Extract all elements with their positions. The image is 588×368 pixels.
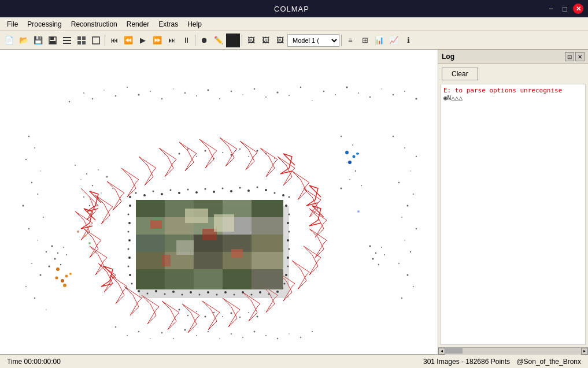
svg-point-119	[257, 150, 258, 152]
minimize-button[interactable]: −	[545, 3, 557, 14]
log-clear-button[interactable]: Clear	[442, 68, 478, 80]
tb-black[interactable]	[226, 34, 240, 47]
svg-rect-3	[63, 37, 71, 38]
menu-render[interactable]: Render	[122, 19, 154, 29]
new-button[interactable]: 📄	[2, 34, 16, 47]
tb-play[interactable]: ▶	[136, 34, 150, 47]
svg-point-269	[128, 266, 130, 267]
svg-point-30	[277, 92, 279, 94]
svg-point-105	[265, 335, 267, 336]
svg-point-144	[384, 254, 385, 255]
tb-img1[interactable]: 🖼	[244, 34, 258, 47]
svg-point-64	[413, 194, 414, 195]
svg-point-230	[257, 187, 258, 188]
tb-pencil[interactable]: ✏️	[212, 34, 225, 47]
svg-point-141	[381, 247, 382, 248]
svg-point-100	[208, 331, 209, 332]
svg-point-253	[207, 291, 209, 293]
tb-chart2[interactable]: 📈	[387, 34, 401, 47]
svg-point-49	[23, 205, 24, 207]
viewport[interactable]	[0, 50, 438, 354]
svg-point-12	[69, 101, 70, 102]
menu-extras[interactable]: Extras	[154, 19, 183, 29]
svg-point-240	[289, 248, 290, 250]
tb-prev-prev[interactable]: ⏮	[107, 34, 121, 47]
svg-point-56	[25, 286, 27, 287]
tb-pause[interactable]: ⏸	[179, 34, 193, 47]
tb-grid[interactable]: ⊞	[358, 34, 372, 47]
svg-point-23	[196, 95, 197, 96]
log-scroll-thumb[interactable]	[445, 348, 463, 354]
svg-point-99	[196, 335, 197, 336]
tb-info[interactable]: ℹ	[401, 34, 415, 47]
svg-point-43	[28, 136, 29, 137]
tb-img2[interactable]: 🖼	[258, 34, 272, 47]
svg-point-123	[187, 315, 188, 316]
svg-rect-6	[77, 36, 81, 40]
log-scroll-track[interactable]	[445, 348, 581, 355]
log-restore-button[interactable]: ⊡	[565, 52, 574, 61]
open-button[interactable]: 📂	[17, 34, 31, 47]
log-scroll-left[interactable]: ◂	[438, 348, 445, 355]
svg-point-252	[199, 294, 201, 296]
svg-point-128	[231, 313, 232, 314]
log-close-button[interactable]: ✕	[575, 52, 585, 61]
model-dropdown[interactable]: Model 1 (	[287, 34, 339, 47]
svg-point-83	[89, 205, 90, 206]
log-scrollbar[interactable]: ◂ ▸	[438, 347, 588, 354]
menu-help[interactable]: Help	[183, 19, 206, 29]
close-button[interactable]: ✕	[573, 3, 583, 14]
svg-point-254	[216, 294, 218, 296]
save-as-button[interactable]	[46, 34, 60, 47]
svg-point-226	[222, 188, 224, 189]
svg-point-42	[416, 98, 417, 100]
svg-point-258	[251, 294, 253, 296]
svg-point-115	[222, 152, 223, 153]
svg-point-148	[88, 242, 91, 244]
tb-next[interactable]: ⏩	[150, 34, 164, 47]
svg-point-70	[398, 263, 400, 264]
scene-svg	[0, 50, 438, 354]
svg-point-259	[259, 291, 261, 293]
svg-point-57	[34, 298, 35, 299]
app-title: COLMAP	[39, 5, 544, 13]
svg-point-13	[83, 92, 84, 94]
tb-btn7[interactable]	[89, 34, 103, 47]
svg-point-79	[101, 192, 102, 194]
menu-processing[interactable]: Processing	[23, 19, 66, 29]
main-content: Log ⊡ ✕ Clear E: to parse options unreco…	[0, 50, 588, 354]
svg-point-124	[196, 311, 197, 312]
menu-file[interactable]: File	[2, 19, 23, 29]
svg-point-248	[164, 293, 166, 295]
maximize-button[interactable]: □	[559, 3, 571, 14]
svg-point-250	[182, 294, 183, 296]
tb-record[interactable]: ⏺	[197, 34, 211, 47]
save-button[interactable]: 💾	[31, 34, 45, 47]
tb-list[interactable]: ≡	[343, 34, 357, 47]
log-content[interactable]: E: to parse options unrecognise ◉N△△△	[441, 84, 586, 345]
tb-next-next[interactable]: ⏭	[165, 34, 179, 47]
svg-point-272	[56, 267, 60, 271]
svg-rect-200	[194, 252, 223, 269]
svg-point-47	[31, 182, 32, 183]
menu-reconstruction[interactable]: Reconstruction	[66, 19, 122, 29]
tb-prev[interactable]: ⏪	[121, 34, 135, 47]
svg-point-89	[349, 179, 350, 180]
tb-btn6[interactable]	[75, 34, 88, 47]
svg-point-90	[341, 188, 342, 189]
svg-point-35	[335, 94, 336, 95]
svg-point-17	[127, 87, 128, 88]
tb-chart[interactable]: 📊	[372, 34, 386, 47]
tb-btn5[interactable]	[60, 34, 74, 47]
svg-rect-214	[176, 240, 194, 255]
svg-point-138	[49, 266, 50, 267]
svg-point-58	[46, 309, 47, 310]
svg-point-257	[242, 291, 244, 293]
title-bar: COLMAP − □ ✕	[0, 0, 588, 17]
svg-point-101	[219, 338, 220, 339]
svg-rect-192	[252, 217, 283, 235]
svg-point-264	[128, 222, 131, 224]
log-scroll-right[interactable]: ▸	[581, 348, 588, 355]
svg-point-117	[239, 148, 241, 150]
tb-img3[interactable]: 🖼	[273, 34, 287, 47]
